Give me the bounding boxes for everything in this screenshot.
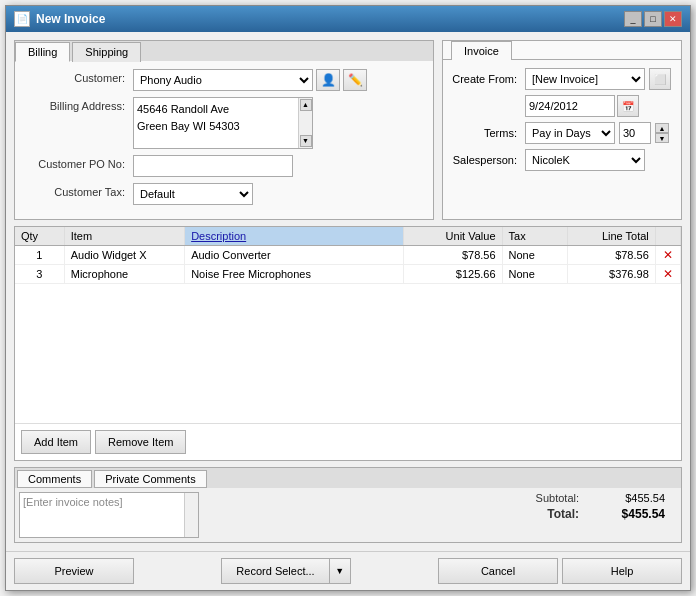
customer-po-input[interactable] bbox=[133, 155, 293, 177]
spin-down[interactable]: ▼ bbox=[655, 133, 669, 143]
customer-po-row: Customer PO No: bbox=[23, 155, 425, 177]
shipping-tab[interactable]: Shipping bbox=[72, 42, 141, 62]
comments-scrollbar bbox=[184, 493, 198, 537]
customer-tax-select[interactable]: Default bbox=[133, 183, 253, 205]
line-total-cell: $376.98 bbox=[568, 265, 656, 284]
invoice-content: Create From: [New Invoice] ⬜ 📅 bbox=[443, 59, 681, 184]
footer-right: Cancel Help bbox=[438, 558, 682, 584]
remove-item-button[interactable]: Remove Item bbox=[95, 430, 186, 454]
customer-row: Customer: Phony Audio 👤 ✏️ bbox=[23, 69, 425, 91]
address-line2: Green Bay WI 54303 bbox=[137, 118, 309, 135]
billing-address-row: Billing Address: 45646 Randoll Ave Green… bbox=[23, 97, 425, 149]
terms-spinner: ▲ ▼ bbox=[655, 123, 669, 143]
customer-person-button[interactable]: 👤 bbox=[316, 69, 340, 91]
table-body: 1 Audio Widget X Audio Converter $78.56 … bbox=[15, 246, 681, 284]
record-select-button[interactable]: Record Select... bbox=[221, 558, 328, 584]
main-window: 📄 New Invoice _ □ ✕ Billing Shipping Cus… bbox=[5, 5, 691, 591]
close-button[interactable]: ✕ bbox=[664, 11, 682, 27]
date-input[interactable] bbox=[525, 95, 615, 117]
table-section: Qty Item Description Unit Value Tax Line… bbox=[14, 226, 682, 461]
person-icon: 👤 bbox=[321, 73, 336, 87]
title-bar: 📄 New Invoice _ □ ✕ bbox=[6, 6, 690, 32]
total-row: Total: $455.54 bbox=[536, 507, 665, 521]
tax-cell: None bbox=[502, 246, 568, 265]
address-scrollbar: ▲ ▼ bbox=[298, 98, 312, 148]
customer-tax-row: Customer Tax: Default bbox=[23, 183, 425, 205]
calendar-button[interactable]: 📅 bbox=[617, 95, 639, 117]
customer-po-control bbox=[133, 155, 425, 177]
record-select-arrow[interactable]: ▼ bbox=[329, 558, 351, 584]
spin-up[interactable]: ▲ bbox=[655, 123, 669, 133]
totals-area: Subtotal: $455.54 Total: $455.54 bbox=[536, 492, 677, 524]
invoice-tab[interactable]: Invoice bbox=[451, 41, 512, 60]
total-label: Total: bbox=[547, 507, 579, 521]
qty-cell: 1 bbox=[15, 246, 64, 265]
unit-value-cell: $125.66 bbox=[404, 265, 503, 284]
delete-icon[interactable]: ✕ bbox=[663, 248, 673, 262]
subtotal-label: Subtotal: bbox=[536, 492, 579, 504]
billing-tab-strip: Billing Shipping bbox=[15, 41, 433, 61]
invoice-panel: Invoice Create From: [New Invoice] ⬜ bbox=[442, 40, 682, 220]
description-cell: Noise Free Microphones bbox=[185, 265, 404, 284]
billing-address-box: 45646 Randoll Ave Green Bay WI 54303 ▲ ▼ bbox=[133, 97, 313, 149]
unit-value-cell: $78.56 bbox=[404, 246, 503, 265]
private-comments-tab[interactable]: Private Comments bbox=[94, 470, 206, 488]
comments-tab-strip: Comments Private Comments bbox=[15, 468, 681, 488]
table-container[interactable]: Qty Item Description Unit Value Tax Line… bbox=[15, 227, 681, 423]
terms-select[interactable]: Pay in Days bbox=[525, 122, 615, 144]
customer-po-label: Customer PO No: bbox=[23, 155, 133, 170]
help-button[interactable]: Help bbox=[562, 558, 682, 584]
minimize-button[interactable]: _ bbox=[624, 11, 642, 27]
invoice-tab-container: Invoice bbox=[443, 41, 681, 59]
date-field: 📅 bbox=[525, 95, 639, 117]
delete-cell[interactable]: ✕ bbox=[655, 246, 680, 265]
customer-tax-control: Default bbox=[133, 183, 425, 205]
terms-days-input[interactable] bbox=[619, 122, 651, 144]
comments-input-area[interactable]: [Enter invoice notes] bbox=[19, 492, 199, 538]
window-icon: 📄 bbox=[14, 11, 30, 27]
billing-content: Customer: Phony Audio 👤 ✏️ bbox=[15, 61, 433, 219]
delete-icon[interactable]: ✕ bbox=[663, 267, 673, 281]
customer-edit-button[interactable]: ✏️ bbox=[343, 69, 367, 91]
unit-value-header: Unit Value bbox=[404, 227, 503, 246]
address-line1: 45646 Randoll Ave bbox=[137, 101, 309, 118]
invoice-table: Qty Item Description Unit Value Tax Line… bbox=[15, 227, 681, 284]
line-total-header: Line Total bbox=[568, 227, 656, 246]
description-header[interactable]: Description bbox=[185, 227, 404, 246]
scroll-up-arrow[interactable]: ▲ bbox=[300, 99, 312, 111]
total-value: $455.54 bbox=[595, 507, 665, 521]
scroll-down-arrow[interactable]: ▼ bbox=[300, 135, 312, 147]
create-from-btn[interactable]: ⬜ bbox=[649, 68, 671, 90]
item-cell: Audio Widget X bbox=[64, 246, 184, 265]
description-cell: Audio Converter bbox=[185, 246, 404, 265]
title-bar-left: 📄 New Invoice bbox=[14, 11, 105, 27]
create-from-label: Create From: bbox=[451, 73, 521, 85]
preview-button[interactable]: Preview bbox=[14, 558, 134, 584]
top-section: Billing Shipping Customer: Phony Audio 👤 bbox=[14, 40, 682, 220]
comments-tab[interactable]: Comments bbox=[17, 470, 92, 488]
terms-row: Terms: Pay in Days ▲ ▼ bbox=[451, 122, 673, 144]
create-from-select[interactable]: [New Invoice] bbox=[525, 68, 645, 90]
calendar-icon: 📅 bbox=[622, 101, 634, 112]
add-item-button[interactable]: Add Item bbox=[21, 430, 91, 454]
cancel-button[interactable]: Cancel bbox=[438, 558, 558, 584]
billing-address-label: Billing Address: bbox=[23, 97, 133, 112]
delete-header bbox=[655, 227, 680, 246]
qty-cell: 3 bbox=[15, 265, 64, 284]
table-row: 1 Audio Widget X Audio Converter $78.56 … bbox=[15, 246, 681, 265]
salesperson-label: Salesperson: bbox=[451, 154, 521, 166]
customer-label: Customer: bbox=[23, 69, 133, 84]
comments-body: [Enter invoice notes] Subtotal: $455.54 … bbox=[15, 488, 681, 542]
delete-cell[interactable]: ✕ bbox=[655, 265, 680, 284]
tax-cell: None bbox=[502, 265, 568, 284]
customer-select[interactable]: Phony Audio bbox=[133, 69, 313, 91]
item-buttons: Add Item Remove Item bbox=[15, 423, 681, 460]
edit-icon: ✏️ bbox=[348, 73, 363, 87]
line-total-cell: $78.56 bbox=[568, 246, 656, 265]
billing-tab[interactable]: Billing bbox=[15, 42, 70, 62]
footer: Preview Record Select... ▼ Cancel Help bbox=[6, 551, 690, 590]
salesperson-select[interactable]: NicoleK bbox=[525, 149, 645, 171]
window-title: New Invoice bbox=[36, 12, 105, 26]
maximize-button[interactable]: □ bbox=[644, 11, 662, 27]
table-header-row: Qty Item Description Unit Value Tax Line… bbox=[15, 227, 681, 246]
